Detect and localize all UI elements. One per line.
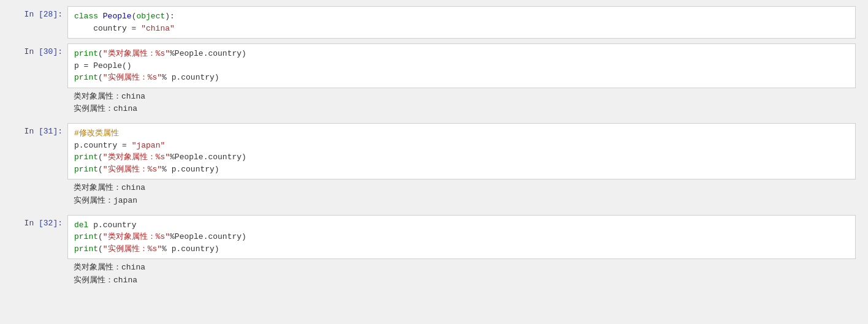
code-line: p = People() <box>74 60 849 72</box>
cell-label: In [30]: <box>12 43 67 56</box>
code-token: "japan" <box>132 141 166 150</box>
notebook-cell: In [30]:print("类对象属性：%s"%People.country)… <box>12 43 856 118</box>
output-block: 类对象属性：china实例属性：china <box>67 259 856 290</box>
code-token: %People.country) <box>170 153 246 162</box>
code-token: %People.country) <box>170 49 246 58</box>
code-token: "实例属性：%s" <box>103 165 162 174</box>
notebook-cell: In [28]:class People(object): country = … <box>12 6 856 39</box>
code-token: "实例属性：%s" <box>103 244 162 254</box>
code-block[interactable]: print("类对象属性：%s"%People.country)p = Peop… <box>67 43 856 88</box>
code-token: print <box>74 73 98 82</box>
code-block[interactable]: class People(object): country = "china" <box>67 6 856 39</box>
cell-label: In [32]: <box>12 215 67 228</box>
code-token: ( <box>98 244 103 254</box>
code-token: "china" <box>141 24 175 33</box>
output-line: 类对象属性：china <box>74 182 850 195</box>
cell-content: class People(object): country = "china" <box>67 6 856 39</box>
code-token: p = People() <box>74 61 132 70</box>
cell-label: In [31]: <box>12 123 67 136</box>
code-token: print <box>74 165 98 174</box>
code-line: del p.country <box>74 219 849 232</box>
code-line: country = "china" <box>74 23 849 35</box>
code-token: ( <box>98 165 103 174</box>
code-token: % p.country) <box>162 244 219 254</box>
output-line: 实例属性：china <box>74 274 850 287</box>
code-token: ( <box>98 153 103 162</box>
code-token: p.country = <box>74 141 132 150</box>
code-line: class People(object): <box>74 10 849 23</box>
output-block: 类对象属性：china实例属性：japan <box>67 179 856 210</box>
output-line: 类对象属性：china <box>74 262 850 274</box>
code-block[interactable]: #修改类属性p.country = "japan"print("类对象属性：%s… <box>67 123 856 179</box>
code-token: ( <box>98 49 103 58</box>
cell-content: print("类对象属性：%s"%People.country)p = Peop… <box>67 43 856 118</box>
code-token: % p.country) <box>162 165 219 174</box>
code-line: print("类对象属性：%s"%People.country) <box>74 231 849 243</box>
code-token: p.country <box>93 220 136 230</box>
cell-content: #修改类属性p.country = "japan"print("类对象属性：%s… <box>67 123 856 210</box>
output-line: 类对象属性：china <box>74 91 850 104</box>
notebook: In [28]:class People(object): country = … <box>0 6 868 324</box>
code-token: ( <box>98 73 103 82</box>
code-line: print("实例属性：%s"% p.country) <box>74 243 849 255</box>
code-token: "实例属性：%s" <box>103 73 162 82</box>
code-token: class <box>74 12 103 21</box>
code-token: % p.country) <box>162 73 219 82</box>
code-token: ): <box>165 12 175 21</box>
code-line: p.country = "japan" <box>74 140 849 152</box>
output-line: 实例属性：japan <box>74 195 850 208</box>
code-block[interactable]: del p.countryprint("类对象属性：%s"%People.cou… <box>67 215 856 260</box>
code-token: print <box>74 153 98 162</box>
code-token: ( <box>98 232 103 241</box>
notebook-cell: In [31]:#修改类属性p.country = "japan"print("… <box>12 123 856 210</box>
code-line: print("实例属性：%s"% p.country) <box>74 72 849 84</box>
code-token: "类对象属性：%s" <box>103 49 170 58</box>
code-token: "类对象属性：%s" <box>103 153 170 162</box>
notebook-cell: In [32]:del p.countryprint("类对象属性：%s"%Pe… <box>12 215 856 290</box>
code-token: "类对象属性：%s" <box>103 232 170 241</box>
code-token: object <box>136 12 165 21</box>
output-line: 实例属性：china <box>74 103 850 116</box>
code-token: People <box>103 12 132 21</box>
output-block: 类对象属性：china实例属性：china <box>67 88 856 119</box>
code-token: print <box>74 49 98 58</box>
code-token: print <box>74 232 98 241</box>
code-line: print("类对象属性：%s"%People.country) <box>74 48 849 60</box>
code-token: %People.country) <box>170 232 246 241</box>
cell-content: del p.countryprint("类对象属性：%s"%People.cou… <box>67 215 856 290</box>
code-line: print("实例属性：%s"% p.country) <box>74 164 849 176</box>
code-token: del <box>74 220 93 230</box>
code-token: country = <box>74 24 141 33</box>
code-line: print("类对象属性：%s"%People.country) <box>74 151 849 164</box>
code-line: #修改类属性 <box>74 127 849 140</box>
cell-label: In [28]: <box>12 6 67 19</box>
code-token: #修改类属性 <box>74 129 119 138</box>
code-token: print <box>74 244 98 254</box>
cells-container: In [28]:class People(object): country = … <box>0 6 868 290</box>
